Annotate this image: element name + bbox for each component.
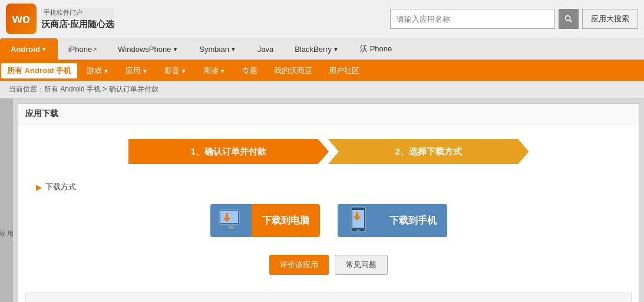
faq-button[interactable]: 常见问题 — [335, 255, 388, 275]
panel-title: 应用下载 — [18, 104, 639, 124]
download-pc-label: 下载到电脑 — [252, 204, 320, 237]
sub-nav-special[interactable]: 专题 — [234, 61, 266, 81]
search-input[interactable] — [390, 9, 555, 29]
svg-point-0 — [566, 16, 570, 21]
tab-symbian[interactable]: Symbian ▼ — [189, 38, 246, 60]
tab-blackberry[interactable]: BlackBerry ▼ — [284, 38, 349, 60]
download-method-title: 下载方式 — [36, 182, 621, 192]
sub-nav-community[interactable]: 用户社区 — [321, 61, 368, 81]
bottom-box — [25, 293, 632, 302]
tab-windowsphone[interactable]: WindowsPhone ▼ — [107, 38, 189, 60]
logo-area: wo 手机软件门户 沃商店·应用随心选 — [6, 4, 114, 34]
svg-rect-11 — [356, 212, 358, 216]
logo-text: 手机软件门户 沃商店·应用随心选 — [41, 8, 114, 30]
tab-java[interactable]: Java — [247, 38, 284, 60]
logo-icon: wo — [6, 4, 37, 34]
step-2: 2、选择下载方式 — [328, 139, 529, 164]
action-buttons: 评价该应用 常见问题 — [36, 255, 621, 275]
phone-icon — [346, 206, 370, 235]
content-area: 常用导航 应用下载 1、确认订单并付款 2、选择下载方式 — [0, 99, 644, 302]
breadcrumb: 当前位置：所有 Android 手机 > 确认订单并付款 — [0, 81, 644, 99]
tab-wo-phone[interactable]: 沃 Phone — [349, 38, 402, 60]
download-section: 下载方式 — [18, 176, 639, 284]
svg-rect-3 — [220, 211, 238, 223]
search-big-button[interactable]: 应用大搜索 — [582, 9, 638, 29]
download-buttons: 下载到电脑 — [36, 204, 621, 237]
svg-line-1 — [570, 20, 572, 22]
sub-nav-all-android[interactable]: 所有 Android 手机 — [1, 63, 77, 78]
svg-rect-5 — [226, 229, 236, 231]
sub-nav-my-store[interactable]: 我的沃商店 — [266, 61, 321, 81]
download-phone-icon — [338, 204, 379, 237]
sub-nav-media[interactable]: 影音 ▼ — [156, 61, 195, 81]
step-1: 1、确认订单并付款 — [128, 139, 329, 164]
svg-point-10 — [356, 229, 359, 232]
tab-android[interactable]: Android ▼ — [0, 38, 58, 60]
left-sidebar[interactable]: 常用导航 — [0, 99, 13, 302]
download-phone-button[interactable]: 下载到手机 — [338, 204, 447, 237]
sub-nav-apps[interactable]: 应用 ▼ — [117, 61, 156, 81]
svg-rect-6 — [226, 213, 228, 218]
download-phone-label: 下载到手机 — [379, 204, 447, 237]
search-area: 应用大搜索 — [390, 9, 638, 29]
search-icon-button[interactable] — [559, 9, 579, 29]
logo-subtitle: 手机软件门户 — [41, 8, 114, 18]
svg-marker-4 — [228, 224, 234, 229]
search-icon — [564, 14, 573, 24]
sub-nav: 所有 Android 手机 游戏 ▼ 应用 ▼ 影音 ▼ 阅读 ▼ 专题 我的沃… — [0, 61, 644, 81]
download-pc-icon — [210, 204, 252, 237]
sub-nav-games[interactable]: 游戏 ▼ — [78, 61, 117, 81]
tab-iphone[interactable]: iPhone > — [58, 38, 107, 60]
logo-main: 沃商店·应用随心选 — [41, 19, 114, 30]
nav-tabs: Android ▼ iPhone > WindowsPhone ▼ Symbia… — [0, 38, 644, 61]
rate-app-button[interactable]: 评价该应用 — [269, 255, 329, 275]
computer-icon — [217, 208, 245, 233]
sub-nav-reading[interactable]: 阅读 ▼ — [195, 61, 234, 81]
panel-box: 应用下载 1、确认订单并付款 2、选择下载方式 下载方式 — [18, 103, 639, 302]
header: wo 手机软件门户 沃商店·应用随心选 应用大搜索 — [0, 0, 644, 38]
main-panel: 应用下载 1、确认订单并付款 2、选择下载方式 下载方式 — [13, 99, 644, 302]
download-pc-button[interactable]: 下载到电脑 — [210, 204, 320, 237]
